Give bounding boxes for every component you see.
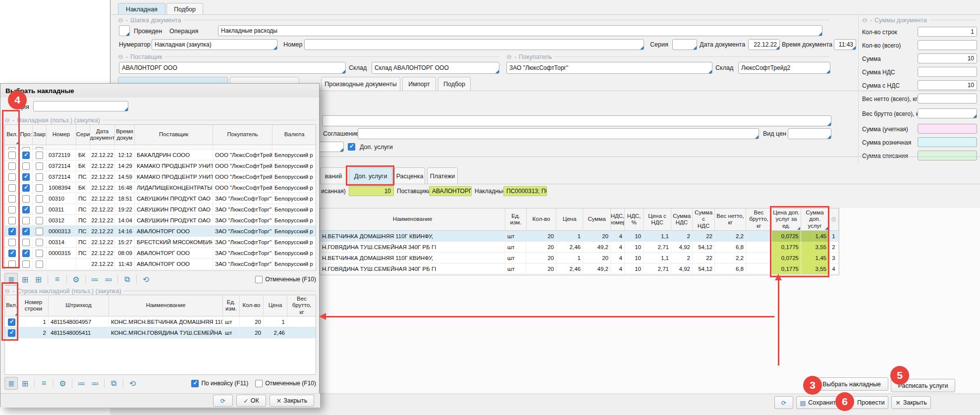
marked-filter-checkbox[interactable]: Отмеченные (F10)	[255, 380, 316, 387]
cell-incl[interactable]	[5, 248, 20, 259]
collapse-icon[interactable]: ⊖	[862, 16, 868, 24]
checkbox-unchecked[interactable]	[8, 162, 16, 170]
checkbox-unchecked[interactable]	[36, 162, 43, 170]
cell-closed[interactable]	[33, 145, 47, 150]
proveden-checkbox[interactable]	[119, 25, 130, 36]
cell-incl[interactable]	[5, 226, 20, 237]
doc-date-field[interactable]: 22.12.22	[748, 39, 780, 50]
buyer-field[interactable]: ЗАО "ЛюксСофтТорг"	[506, 62, 712, 74]
operation-field[interactable]: Накладные расходы	[218, 25, 822, 36]
collapse-icon[interactable]: ⊖	[4, 287, 10, 295]
cell-incl[interactable]	[5, 182, 20, 193]
column-header[interactable]: Цена	[556, 208, 583, 231]
cell-posted[interactable]	[20, 193, 33, 204]
cell-closed[interactable]	[33, 171, 47, 182]
cell-incl[interactable]	[5, 204, 20, 215]
checkbox-unchecked[interactable]	[36, 250, 43, 257]
column-header[interactable]: Кол-во	[527, 208, 556, 231]
tab-partial[interactable]: ваний	[320, 167, 347, 184]
checkbox-checked[interactable]	[8, 250, 16, 257]
totals-field[interactable]: 1	[918, 27, 977, 37]
checkbox-unchecked[interactable]	[8, 260, 16, 268]
checkbox-unchecked[interactable]	[8, 152, 16, 159]
checkbox-unchecked[interactable]	[22, 260, 30, 268]
column-header[interactable]: Закр	[33, 125, 47, 145]
column-header[interactable]: Дата документ	[90, 125, 115, 145]
view-grid-dates-icon[interactable]: ⊞	[32, 273, 45, 285]
checkbox-checked[interactable]	[22, 250, 30, 257]
number-field[interactable]	[304, 39, 644, 50]
add-lines-icon[interactable]: ≕	[89, 377, 101, 389]
cell-posted[interactable]	[20, 171, 33, 182]
cell-incl[interactable]	[5, 259, 20, 269]
checkbox-unchecked[interactable]	[22, 195, 30, 203]
price-kind-field[interactable]	[788, 128, 831, 139]
invoice-row[interactable]: 0372119БК22.12.2212:12БАКАЛДРИН СОООООО …	[5, 150, 316, 160]
cell-closed[interactable]	[33, 237, 47, 248]
dialog-title[interactable]: Выбрать накладные	[0, 84, 319, 98]
cell-closed[interactable]	[33, 215, 47, 226]
checkbox-checked[interactable]	[191, 380, 199, 387]
cell-posted[interactable]	[20, 204, 33, 215]
table-options-icon[interactable]: ◎	[829, 208, 839, 231]
collapse-icon[interactable]: ⊖	[4, 116, 10, 124]
supplier-sklad-field[interactable]: Склад АВАЛОНТОРГ ООО	[372, 62, 499, 74]
tab-invoice[interactable]: Накладная	[118, 3, 165, 15]
seria-field[interactable]	[672, 39, 697, 50]
checkbox-unchecked[interactable]	[22, 217, 30, 224]
invoice-line-row[interactable]: 24811548005411КОНС.МЯСН.ГОВЯДИНА ТУШ.СЕМ…	[5, 327, 316, 338]
view-list-icon[interactable]: ≣	[4, 273, 18, 286]
checkbox-checked[interactable]	[8, 329, 15, 337]
cell-closed[interactable]	[33, 259, 47, 269]
tab-rates[interactable]: Расценка	[394, 167, 425, 184]
column-header[interactable]: Цена доп. услуг за ед.	[772, 208, 801, 231]
cell-posted[interactable]	[20, 237, 33, 248]
tab-podbor-inner[interactable]: Подбор	[438, 77, 471, 91]
cell-closed[interactable]	[33, 193, 47, 204]
tab-extra-services[interactable]: Доп. услуги	[349, 167, 392, 184]
checkbox-checked[interactable]	[22, 152, 30, 159]
invoice-row[interactable]: 1008394БК22.12.2216:48ЛИДАПИЩЕКОНЦЕНТРАТ…	[5, 182, 316, 193]
column-header[interactable]: Номер строки	[19, 295, 49, 316]
column-header[interactable]: Вес брутто, кг	[287, 295, 316, 316]
invoice-row[interactable]: 00314ПС22.12.2215:27БРЕСТСКИЙ МЯСОКОМБИН…	[5, 237, 316, 248]
checkbox-unchecked[interactable]	[8, 195, 16, 203]
invoice-row[interactable]: 00311ПС22.12.2219:22САВУШКИН ПРОДУКТ ОАО…	[5, 204, 316, 215]
numbered-list-icon[interactable]: ≔	[75, 377, 88, 389]
column-header[interactable]: НДС, номер	[611, 208, 625, 231]
close-button[interactable]: ✕ Закрыть	[891, 396, 931, 409]
checkbox-unchecked[interactable]	[8, 184, 16, 192]
checkbox-checked[interactable]	[22, 228, 30, 235]
filter-icon[interactable]: ≡	[51, 273, 63, 285]
column-header[interactable]: Штрихкод	[49, 295, 109, 316]
checkbox-unchecked[interactable]	[36, 184, 43, 192]
cell-closed[interactable]	[33, 248, 47, 259]
checkbox-checked[interactable]	[8, 228, 16, 235]
cell-incl[interactable]	[5, 150, 20, 160]
tab-payments[interactable]: Платежи	[427, 167, 458, 184]
column-header[interactable]: Наименование	[109, 295, 223, 316]
tab-import[interactable]: Импорт	[402, 77, 436, 91]
select-invoices-button[interactable]: Выбрать накладные	[815, 377, 888, 391]
checkbox-unchecked[interactable]	[8, 217, 16, 224]
checkbox-unchecked[interactable]	[36, 260, 43, 268]
column-header[interactable]: Сумма	[583, 208, 611, 231]
column-header[interactable]: Кол-во	[240, 295, 264, 316]
cell-closed[interactable]	[33, 204, 47, 215]
invoice-line-row[interactable]: 14811548004957КОНС.МЯСН.ВЕТЧИНКА ДОМАШНЯ…	[5, 316, 316, 327]
goods-row[interactable]: Н.ГОВЯДИНА ТУШ.СЕМЕЙНАЯ 340Г РБ ГІшт202,…	[320, 242, 839, 253]
checkbox-unchecked[interactable]	[36, 173, 43, 181]
open-window-icon[interactable]: ⧉	[121, 273, 133, 285]
invoice-row[interactable]: 0000315ПС22.12.2208:09АВАЛОНТОРГ ОООЗАО …	[5, 248, 316, 259]
column-header[interactable]: Ед. изм.	[223, 295, 240, 316]
cell-incl[interactable]	[5, 171, 20, 182]
checkbox-unchecked[interactable]	[36, 217, 43, 224]
column-header[interactable]: Наименование	[320, 208, 505, 231]
settings-gear-icon[interactable]: ⚙	[56, 377, 69, 389]
invoice-row[interactable]: 0000313ПС22.12.2214:16АВАЛОНТОРГ ОООЗАО …	[5, 226, 316, 237]
column-header[interactable]: Ед. изм.	[505, 208, 527, 231]
invoice-row[interactable]: 0372114БК22.12.2214:29КАМАКО ПРОДЦЕНТР У…	[5, 160, 316, 171]
invoice-row[interactable]: 00312ПС22.12.2214:04САВУШКИН ПРОДУКТ ОАО…	[5, 215, 316, 226]
totals-field[interactable]: 10	[918, 53, 977, 63]
tab-derived-docs[interactable]: Производные документы	[321, 77, 400, 91]
